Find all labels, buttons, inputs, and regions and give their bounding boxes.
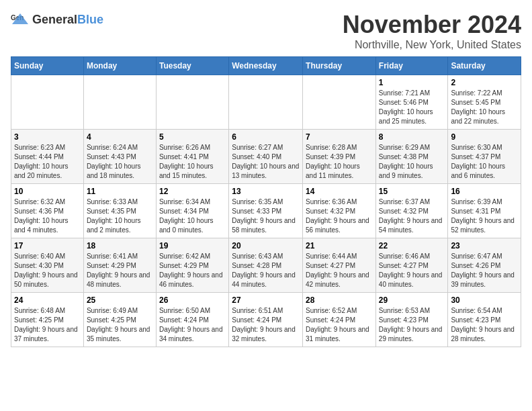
logo-icon: Gen [11,11,30,30]
day-info: Sunrise: 6:48 AMSunset: 4:25 PMDaylight:… [14,306,81,344]
day-number: 4 [87,132,153,142]
day-info: Sunrise: 6:41 AMSunset: 4:29 PMDaylight:… [87,252,153,289]
week-row: 17Sunrise: 6:40 AMSunset: 4:30 PMDayligh… [11,238,521,293]
week-row: 3Sunrise: 6:23 AMSunset: 4:44 PMDaylight… [11,130,521,184]
day-number: 5 [159,132,226,142]
header-monday: Monday [83,57,156,75]
calendar-cell: 20Sunrise: 6:43 AMSunset: 4:28 PMDayligh… [229,238,303,293]
calendar-cell: 7Sunrise: 6:28 AMSunset: 4:39 PMDaylight… [303,130,376,184]
header-tuesday: Tuesday [156,57,228,75]
day-number: 1 [379,78,445,87]
calendar-cell: 28Sunrise: 6:52 AMSunset: 4:24 PMDayligh… [303,293,376,347]
day-info: Sunrise: 6:26 AMSunset: 4:41 PMDaylight:… [159,143,226,181]
day-info: Sunrise: 6:37 AMSunset: 4:32 PMDaylight:… [379,197,445,235]
day-number: 20 [232,241,300,250]
calendar-cell: 12Sunrise: 6:34 AMSunset: 4:34 PMDayligh… [156,184,228,238]
calendar-cell: 1Sunrise: 7:21 AMSunset: 5:46 PMDaylight… [375,75,448,130]
calendar-cell: 26Sunrise: 6:50 AMSunset: 4:24 PMDayligh… [156,293,228,347]
day-number: 26 [159,295,226,305]
day-number: 22 [379,241,445,250]
week-row: 24Sunrise: 6:48 AMSunset: 4:25 PMDayligh… [11,293,521,347]
day-number: 30 [451,295,518,305]
calendar-cell [156,75,228,130]
calendar-cell: 22Sunrise: 6:46 AMSunset: 4:27 PMDayligh… [375,238,448,293]
day-info: Sunrise: 6:53 AMSunset: 4:23 PMDaylight:… [379,306,445,344]
day-number: 17 [14,241,81,250]
calendar-cell: 18Sunrise: 6:41 AMSunset: 4:29 PMDayligh… [83,238,156,293]
day-info: Sunrise: 6:34 AMSunset: 4:34 PMDaylight:… [159,197,226,235]
title-area: November 2024 Northville, New York, Unit… [343,11,521,51]
calendar-cell: 9Sunrise: 6:30 AMSunset: 4:37 PMDaylight… [448,130,521,184]
calendar-cell: 27Sunrise: 6:51 AMSunset: 4:24 PMDayligh… [229,293,303,347]
calendar-cell: 3Sunrise: 6:23 AMSunset: 4:44 PMDaylight… [11,130,84,184]
calendar-cell: 13Sunrise: 6:35 AMSunset: 4:33 PMDayligh… [229,184,303,238]
day-number: 18 [87,241,153,250]
day-info: Sunrise: 6:27 AMSunset: 4:40 PMDaylight:… [232,143,300,181]
day-number: 23 [451,241,518,250]
calendar-cell [303,75,376,130]
day-info: Sunrise: 6:23 AMSunset: 4:44 PMDaylight:… [14,143,81,181]
day-info: Sunrise: 7:21 AMSunset: 5:46 PMDaylight:… [379,89,445,126]
week-row: 1Sunrise: 7:21 AMSunset: 5:46 PMDaylight… [11,75,521,130]
day-info: Sunrise: 6:24 AMSunset: 4:43 PMDaylight:… [87,143,153,181]
day-number: 2 [451,78,518,87]
calendar-cell: 10Sunrise: 6:32 AMSunset: 4:36 PMDayligh… [11,184,84,238]
day-number: 13 [232,187,300,196]
header: Gen GeneralBlue November 2024 Northville… [11,11,521,51]
day-info: Sunrise: 6:44 AMSunset: 4:27 PMDaylight:… [306,252,373,289]
calendar-cell [11,75,84,130]
header-row: Sunday Monday Tuesday Wednesday Thursday… [11,57,521,75]
calendar-cell: 16Sunrise: 6:39 AMSunset: 4:31 PMDayligh… [448,184,521,238]
calendar-cell: 17Sunrise: 6:40 AMSunset: 4:30 PMDayligh… [11,238,84,293]
day-number: 3 [14,132,81,142]
day-info: Sunrise: 6:32 AMSunset: 4:36 PMDaylight:… [14,197,81,235]
day-info: Sunrise: 6:43 AMSunset: 4:28 PMDaylight:… [232,252,300,289]
day-info: Sunrise: 6:33 AMSunset: 4:35 PMDaylight:… [87,197,153,235]
day-number: 15 [379,187,445,196]
day-info: Sunrise: 6:29 AMSunset: 4:38 PMDaylight:… [379,143,445,181]
logo-general: GeneralBlue [32,13,103,27]
day-info: Sunrise: 6:51 AMSunset: 4:24 PMDaylight:… [232,306,300,344]
day-number: 27 [232,295,300,305]
day-number: 10 [14,187,81,196]
calendar-cell [229,75,303,130]
day-info: Sunrise: 6:49 AMSunset: 4:25 PMDaylight:… [87,306,153,344]
day-info: Sunrise: 6:50 AMSunset: 4:24 PMDaylight:… [159,306,226,344]
day-number: 12 [159,187,226,196]
calendar-cell: 15Sunrise: 6:37 AMSunset: 4:32 PMDayligh… [375,184,448,238]
calendar-cell: 29Sunrise: 6:53 AMSunset: 4:23 PMDayligh… [375,293,448,347]
day-number: 24 [14,295,81,305]
calendar-cell: 2Sunrise: 7:22 AMSunset: 5:45 PMDaylight… [448,75,521,130]
day-number: 16 [451,187,518,196]
day-number: 29 [379,295,445,305]
calendar-cell: 25Sunrise: 6:49 AMSunset: 4:25 PMDayligh… [83,293,156,347]
header-sunday: Sunday [11,57,84,75]
calendar-cell: 30Sunrise: 6:54 AMSunset: 4:23 PMDayligh… [448,293,521,347]
day-info: Sunrise: 6:42 AMSunset: 4:29 PMDaylight:… [159,252,226,289]
week-row: 10Sunrise: 6:32 AMSunset: 4:36 PMDayligh… [11,184,521,238]
calendar-header: Sunday Monday Tuesday Wednesday Thursday… [11,57,521,75]
calendar-cell: 6Sunrise: 6:27 AMSunset: 4:40 PMDaylight… [229,130,303,184]
calendar-cell: 4Sunrise: 6:24 AMSunset: 4:43 PMDaylight… [83,130,156,184]
day-info: Sunrise: 6:46 AMSunset: 4:27 PMDaylight:… [379,252,445,289]
day-info: Sunrise: 7:22 AMSunset: 5:45 PMDaylight:… [451,89,518,126]
day-number: 19 [159,241,226,250]
header-thursday: Thursday [303,57,376,75]
calendar-cell [83,75,156,130]
day-info: Sunrise: 6:36 AMSunset: 4:32 PMDaylight:… [306,197,373,235]
calendar-subtitle: Northville, New York, United States [343,39,521,51]
logo: Gen GeneralBlue [11,11,103,30]
day-number: 11 [87,187,153,196]
day-info: Sunrise: 6:39 AMSunset: 4:31 PMDaylight:… [451,197,518,235]
calendar-table: Sunday Monday Tuesday Wednesday Thursday… [11,56,521,347]
calendar-cell: 19Sunrise: 6:42 AMSunset: 4:29 PMDayligh… [156,238,228,293]
calendar-title: November 2024 [343,11,521,39]
day-number: 8 [379,132,445,142]
header-wednesday: Wednesday [229,57,303,75]
calendar-cell: 21Sunrise: 6:44 AMSunset: 4:27 PMDayligh… [303,238,376,293]
day-info: Sunrise: 6:54 AMSunset: 4:23 PMDaylight:… [451,306,518,344]
day-info: Sunrise: 6:52 AMSunset: 4:24 PMDaylight:… [306,306,373,344]
day-info: Sunrise: 6:47 AMSunset: 4:26 PMDaylight:… [451,252,518,289]
day-number: 9 [451,132,518,142]
calendar-body: 1Sunrise: 7:21 AMSunset: 5:46 PMDaylight… [11,75,521,347]
